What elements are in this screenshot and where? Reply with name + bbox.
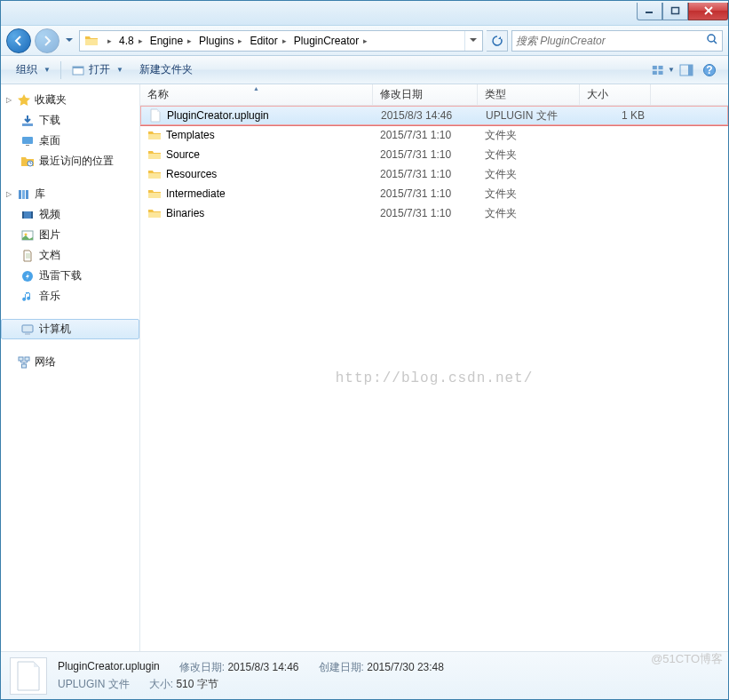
- svg-rect-30: [22, 364, 27, 368]
- nav-label: 下载: [39, 113, 60, 128]
- desktop-icon: [20, 134, 35, 148]
- file-icon: [148, 108, 162, 123]
- help-button[interactable]: ?: [698, 60, 721, 80]
- file-row[interactable]: Resources2015/7/31 1:10文件夹: [140, 164, 728, 184]
- nav-videos[interactable]: 视频: [1, 204, 139, 225]
- file-type: 文件夹: [478, 167, 580, 182]
- details-text: PluginCreator.uplugin 修改日期: 2015/8/3 14:…: [58, 660, 444, 692]
- breadcrumb-2[interactable]: Plugins▸: [195, 31, 246, 51]
- search-box[interactable]: [511, 30, 723, 52]
- file-row[interactable]: Intermediate2015/7/31 1:10文件夹: [140, 184, 728, 203]
- file-type: 文件夹: [478, 206, 580, 221]
- picture-icon: [20, 228, 35, 243]
- col-date[interactable]: 修改日期: [373, 84, 478, 105]
- details-filename: PluginCreator.uplugin: [58, 660, 160, 675]
- nav-desktop[interactable]: 桌面: [1, 131, 139, 151]
- file-date: 2015/7/31 1:10: [373, 207, 478, 219]
- chevron-down-icon: ▼: [116, 66, 123, 74]
- file-name: Source: [166, 148, 200, 161]
- breadcrumb-1[interactable]: Engine▸: [147, 31, 195, 51]
- svg-rect-26: [22, 325, 33, 332]
- svg-point-2: [708, 35, 715, 42]
- folder-icon: [147, 187, 162, 201]
- titlebar: [1, 1, 728, 26]
- svg-rect-17: [19, 190, 21, 199]
- breadcrumb-3[interactable]: Editor▸: [246, 31, 289, 51]
- file-row[interactable]: Templates2015/7/31 1:10文件夹: [140, 125, 728, 145]
- nav-label: 文档: [39, 248, 60, 263]
- file-date: 2015/7/31 1:10: [373, 168, 478, 180]
- nav-thunder[interactable]: 迅雷下载: [1, 266, 139, 286]
- minimize-button[interactable]: [637, 3, 662, 20]
- file-row[interactable]: PluginCreator.uplugin2015/8/3 14:46UPLUG…: [140, 106, 728, 125]
- svg-rect-21: [22, 211, 24, 219]
- organize-button[interactable]: 组织▼: [8, 59, 59, 81]
- folder-icon: [84, 34, 99, 48]
- close-button[interactable]: [688, 3, 728, 20]
- computer-icon: [20, 322, 35, 337]
- nav-label: 库: [35, 187, 45, 202]
- file-type: 文件夹: [478, 187, 580, 202]
- path-dropdown[interactable]: [464, 31, 480, 51]
- music-icon: [20, 290, 35, 304]
- preview-pane-button[interactable]: [675, 60, 698, 80]
- expand-icon: ▷: [4, 96, 13, 104]
- view-button[interactable]: ▼: [652, 60, 675, 80]
- path-box[interactable]: ▸ 4.8▸ Engine▸ Plugins▸ Editor▸ PluginCr…: [79, 30, 483, 52]
- svg-rect-14: [22, 137, 33, 144]
- nav-documents[interactable]: 文档: [1, 245, 139, 266]
- forward-button[interactable]: [35, 28, 59, 53]
- refresh-button[interactable]: [487, 30, 508, 52]
- nav-network-head[interactable]: ▷网络: [1, 352, 139, 372]
- nav-history-dropdown[interactable]: [63, 30, 75, 52]
- nav-music[interactable]: 音乐: [1, 286, 139, 306]
- breadcrumb-label: Engine: [150, 35, 183, 47]
- body: ▷收藏夹 下载 桌面 最近访问的位置 ▷库 视频 图片 文档 迅雷下载 音乐 计…: [1, 84, 728, 651]
- nav-favorites-head[interactable]: ▷收藏夹: [1, 90, 139, 110]
- recent-icon: [20, 155, 35, 169]
- nav-label: 桌面: [39, 133, 60, 148]
- search-input[interactable]: [516, 35, 706, 47]
- nav-label: 音乐: [39, 289, 60, 304]
- nav-libraries-head[interactable]: ▷库: [1, 184, 139, 204]
- nav-downloads[interactable]: 下载: [1, 110, 139, 131]
- nav-recent[interactable]: 最近访问的位置: [1, 151, 139, 171]
- nav-computer[interactable]: 计算机: [1, 319, 139, 339]
- file-date: 2015/7/31 1:10: [373, 148, 478, 161]
- svg-rect-4: [73, 67, 83, 68]
- details-file-icon: [10, 657, 47, 695]
- breadcrumb-0[interactable]: 4.8▸: [115, 31, 147, 51]
- breadcrumb-label: PluginCreator: [294, 35, 359, 47]
- nav-label: 视频: [39, 207, 60, 222]
- breadcrumb-root-sep[interactable]: ▸: [101, 31, 115, 51]
- svg-rect-1: [671, 8, 678, 14]
- file-name: Binaries: [166, 207, 204, 219]
- col-name[interactable]: 名称▲: [140, 84, 373, 105]
- watermark-text: http://blog.csdn.net/: [336, 370, 534, 386]
- chevron-down-icon: ▼: [668, 66, 675, 74]
- back-button[interactable]: [6, 28, 31, 53]
- sort-asc-icon: ▲: [253, 85, 259, 91]
- breadcrumb-4[interactable]: PluginCreator▸: [290, 31, 371, 51]
- breadcrumb-label: Editor: [250, 35, 277, 47]
- maximize-button[interactable]: [662, 3, 688, 20]
- video-icon: [20, 208, 35, 222]
- open-button[interactable]: 打开▼: [63, 59, 131, 81]
- file-row[interactable]: Source2015/7/31 1:10文件夹: [140, 145, 728, 164]
- search-icon[interactable]: [706, 33, 718, 48]
- details-pane: PluginCreator.uplugin 修改日期: 2015/8/3 14:…: [1, 651, 728, 699]
- col-type[interactable]: 类型: [478, 84, 580, 105]
- network-icon: [17, 355, 31, 370]
- folder-icon: [147, 167, 162, 181]
- file-row[interactable]: Binaries2015/7/31 1:10文件夹: [140, 203, 728, 223]
- nav-label: 网络: [35, 354, 56, 370]
- breadcrumb-label: 4.8: [119, 35, 134, 47]
- address-bar: ▸ 4.8▸ Engine▸ Plugins▸ Editor▸ PluginCr…: [1, 26, 728, 56]
- file-type: UPLUGIN 文件: [479, 108, 581, 123]
- explorer-window: ▸ 4.8▸ Engine▸ Plugins▸ Editor▸ PluginCr…: [0, 0, 729, 700]
- nav-pictures[interactable]: 图片: [1, 225, 139, 245]
- expand-icon: ▷: [4, 190, 13, 198]
- col-size[interactable]: 大小: [580, 84, 651, 105]
- star-icon: [17, 93, 31, 107]
- new-folder-button[interactable]: 新建文件夹: [131, 59, 201, 81]
